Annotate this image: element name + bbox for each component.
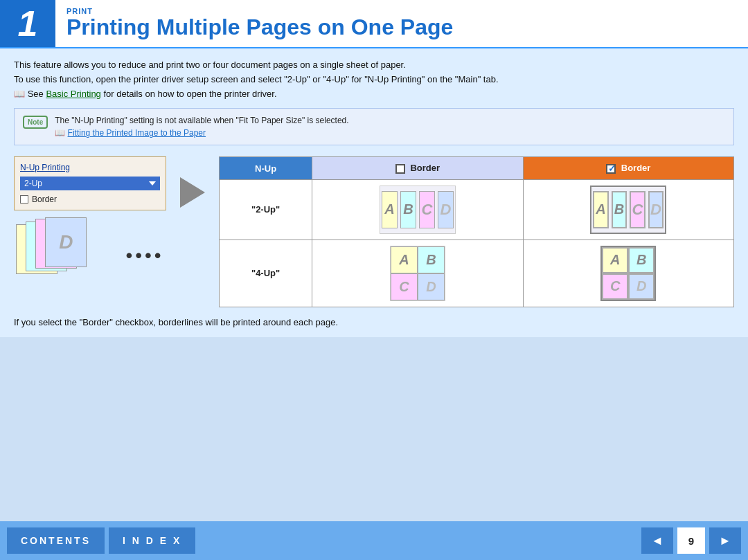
contents-button[interactable]: CONTENTS bbox=[7, 527, 105, 554]
printer-dialog: N-Up Printing 2-Up Border bbox=[14, 156, 166, 210]
4up-page-c: C bbox=[391, 273, 418, 300]
4up-noborder-visual: A B C D bbox=[390, 246, 445, 301]
dropdown-value: 2-Up bbox=[24, 179, 42, 188]
intro-line3: 📖 See Basic Printing for details on how … bbox=[14, 87, 734, 102]
4up-page-b: B bbox=[418, 246, 445, 273]
2up-page-c: C bbox=[419, 191, 435, 228]
note-badge: Note bbox=[23, 116, 48, 129]
note-text: The "N-Up Printing" setting is not avail… bbox=[55, 116, 348, 125]
header-text-block: PRINT Printing Multiple Pages on One Pag… bbox=[55, 0, 464, 47]
page-header: 1 PRINT Printing Multiple Pages on One P… bbox=[0, 0, 748, 48]
border-checkbox-label: Border bbox=[32, 195, 57, 204]
2up-page-d: D bbox=[438, 191, 454, 228]
dialog-checkbox-row: Border bbox=[20, 195, 160, 204]
continuation-dots: •••• bbox=[125, 244, 163, 267]
book-icon: 📖 bbox=[14, 89, 25, 99]
cell-2up-noborder: A B C D bbox=[312, 179, 523, 240]
border-checkbox[interactable] bbox=[20, 195, 28, 204]
cell-4up-noborder: A B C D bbox=[312, 240, 523, 307]
4up-page-d: D bbox=[418, 273, 445, 300]
stacked-pages: A B C D bbox=[16, 217, 85, 280]
footer: CONTENTS I N D E X ◄ 9 ► bbox=[0, 521, 748, 560]
checkbox-unchecked-icon bbox=[395, 164, 405, 174]
chapter-number: 1 bbox=[0, 0, 55, 47]
middle-section: N-Up Printing 2-Up Border A B C D bbox=[14, 156, 734, 307]
dialog-dropdown[interactable]: 2-Up bbox=[20, 177, 160, 190]
nup-table-wrapper: N-Up Border Border "2-Up" bbox=[219, 156, 734, 307]
main-content: This feature allows you to reduce and pr… bbox=[0, 48, 748, 337]
4up-page-a: A bbox=[391, 246, 418, 273]
nup-table: N-Up Border Border "2-Up" bbox=[219, 156, 734, 307]
dropdown-arrow-icon bbox=[149, 181, 156, 186]
next-page-button[interactable]: ► bbox=[709, 527, 741, 554]
col-nup-header: N-Up bbox=[220, 157, 312, 180]
arrow-container bbox=[180, 156, 205, 208]
4up-border-visual: A B C D bbox=[600, 246, 656, 301]
fitting-link[interactable]: Fitting the Printed Image to the Paper bbox=[68, 128, 206, 138]
cell-2up-border: A B C D bbox=[523, 179, 733, 240]
row1-label: "2-Up" bbox=[220, 179, 312, 240]
intro-line1: This feature allows you to reduce and pr… bbox=[14, 58, 734, 73]
col-border-checked-header: Border bbox=[523, 157, 733, 180]
col3-header-label: Border bbox=[621, 163, 651, 173]
4up-border-page-d: D bbox=[628, 273, 654, 300]
intro-block: This feature allows you to reduce and pr… bbox=[14, 58, 734, 101]
book-icon2: 📖 bbox=[55, 128, 65, 138]
col2-header-label: Border bbox=[410, 163, 440, 173]
page-number: 9 bbox=[677, 527, 705, 554]
left-section: N-Up Printing 2-Up Border A B C D bbox=[14, 156, 166, 280]
2up-page-b: B bbox=[400, 191, 416, 228]
prev-page-button[interactable]: ◄ bbox=[641, 527, 673, 554]
intro-line3-suffix: for details on how to open the printer d… bbox=[101, 89, 277, 99]
2up-border-page-b: B bbox=[612, 191, 627, 228]
pages-illustration: A B C D •••• bbox=[16, 217, 163, 280]
note-content: The "N-Up Printing" setting is not avail… bbox=[55, 114, 348, 139]
2up-border-page-a: A bbox=[593, 191, 609, 228]
intro-line2: To use this function, open the printer d… bbox=[14, 73, 734, 87]
2up-border-page-c: C bbox=[630, 191, 645, 228]
2up-page-a: A bbox=[382, 191, 398, 228]
table-row-2up: "2-Up" A B C D bbox=[220, 179, 734, 240]
table-header-row: N-Up Border Border bbox=[220, 157, 734, 180]
2up-border-visual: A B C D bbox=[590, 186, 666, 234]
table-row-4up: "4-Up" A B C D bbox=[220, 240, 734, 307]
4up-border-page-a: A bbox=[602, 247, 628, 273]
index-button[interactable]: I N D E X bbox=[109, 527, 195, 554]
4up-border-page-b: B bbox=[628, 247, 654, 273]
4up-border-page-c: C bbox=[602, 273, 628, 300]
arrow-icon bbox=[180, 177, 205, 208]
cell-4up-border: A B C D bbox=[523, 240, 733, 307]
basic-printing-link[interactable]: Basic Printing bbox=[46, 89, 100, 99]
dialog-title: N-Up Printing bbox=[20, 163, 160, 172]
2up-border-page-d: D bbox=[648, 191, 664, 228]
col-border-unchecked-header: Border bbox=[312, 157, 523, 180]
2up-noborder-visual: A B C D bbox=[380, 186, 456, 234]
row2-label: "4-Up" bbox=[220, 240, 312, 307]
intro-line3-prefix: See bbox=[28, 89, 46, 99]
page-d-card: D bbox=[45, 217, 87, 267]
bottom-text: If you select the "Border" checkbox, bor… bbox=[14, 317, 734, 327]
checkbox-checked-icon bbox=[606, 164, 616, 174]
note-box: Note The "N-Up Printing" setting is not … bbox=[14, 108, 734, 145]
page-title: Printing Multiple Pages on One Page bbox=[66, 15, 453, 39]
